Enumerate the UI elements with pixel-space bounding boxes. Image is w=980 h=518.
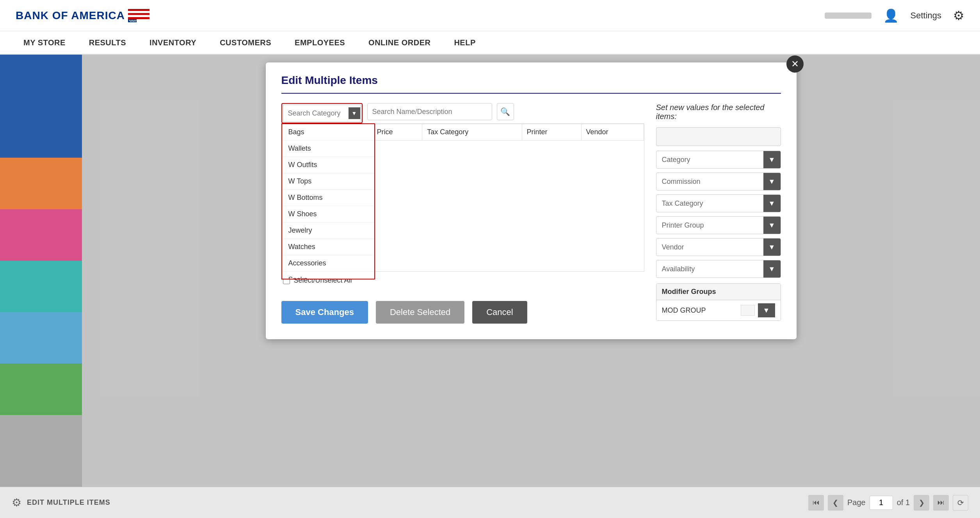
modifier-groups-section: Modifier Groups MOD GROUP ▼ — [656, 283, 781, 321]
svg-rect-5 — [128, 17, 149, 19]
availability-label: Availability — [656, 261, 763, 277]
page-of-label: of 1 — [897, 498, 910, 507]
modal-close-button[interactable]: ✕ — [786, 55, 804, 73]
sidebar-orange — [0, 158, 82, 209]
availability-dropdown-btn[interactable]: ▼ — [763, 260, 781, 278]
svg-rect-1 — [128, 9, 149, 11]
dropdown-item-wallets[interactable]: Wallets — [282, 141, 374, 157]
page-first-btn[interactable]: ⏮ — [808, 495, 824, 511]
status-gear-icon: ⚙ — [12, 496, 21, 509]
sidebar-blue — [0, 55, 82, 158]
main-content: ✕ Edit Multiple Items ▼ — [82, 55, 980, 518]
dropdown-item-accessories[interactable]: Accessories — [282, 255, 374, 272]
table-col-tax-category: Tax Category — [422, 124, 522, 141]
sidebar-teal — [0, 261, 82, 312]
settings-label[interactable]: Settings — [911, 11, 942, 21]
user-icon[interactable]: 👤 — [883, 8, 899, 23]
commission-label: Commission — [656, 174, 763, 190]
svg-rect-2 — [128, 11, 149, 13]
sidebar-lightblue — [0, 312, 82, 363]
logo: BANK OF AMERICA — [16, 9, 149, 22]
status-bar: ⚙ EDIT MULTIPLE ITEMS ⏮ ❮ Page of 1 ❯ ⏭ … — [0, 487, 980, 518]
dropdown-item-w-shoes[interactable]: W Shoes — [282, 206, 374, 223]
set-values-label: Set new values for the selected items: — [656, 103, 781, 121]
delete-selected-button[interactable]: Delete Selected — [376, 301, 464, 324]
page-next-btn[interactable]: ❯ — [914, 495, 929, 511]
page-number-input[interactable] — [870, 496, 893, 510]
modifier-dropdown-btn[interactable]: ▼ — [758, 303, 775, 317]
svg-point-9 — [131, 20, 132, 20]
svg-rect-3 — [128, 13, 149, 15]
svg-point-8 — [129, 20, 130, 20]
nav-customers[interactable]: CUSTOMERS — [220, 38, 271, 47]
save-changes-button[interactable]: Save Changes — [281, 301, 368, 324]
printer-group-dropdown-btn[interactable]: ▼ — [763, 217, 781, 234]
svg-point-15 — [133, 21, 134, 21]
top-header: BANK OF AMERICA 👤 Settings ⚙ — [0, 0, 980, 31]
right-panel: Set new values for the selected items: C… — [656, 103, 781, 324]
svg-point-12 — [135, 20, 136, 20]
dropdown-item-w-tops[interactable]: W Tops — [282, 173, 374, 190]
vendor-label: Vendor — [656, 239, 763, 255]
svg-point-14 — [132, 21, 132, 21]
nav-help[interactable]: HELP — [454, 38, 475, 47]
page-last-btn[interactable]: ⏭ — [933, 495, 949, 511]
nav-online-order[interactable]: ONLINE ORDER — [368, 38, 430, 47]
nav-employees[interactable]: EMPLOYEES — [295, 38, 345, 47]
nav-results[interactable]: RESULTS — [89, 38, 126, 47]
logo-flag — [128, 9, 149, 22]
svg-rect-4 — [128, 15, 149, 17]
table-col-printer: Printer — [522, 124, 581, 141]
page-prev-btn[interactable]: ❮ — [828, 495, 843, 511]
svg-point-11 — [134, 20, 135, 20]
category-dropdown-btn[interactable]: ▼ — [763, 151, 781, 168]
left-panel: ▼ Bags Wallets W Outfits W Tops W Bottom… — [281, 103, 644, 324]
printer-group-dropdown-row: Printer Group ▼ — [656, 216, 781, 234]
tax-category-dropdown-btn[interactable]: ▼ — [763, 195, 781, 212]
search-button[interactable]: 🔍 — [497, 103, 514, 120]
nav-inventory[interactable]: INVENTORY — [149, 38, 196, 47]
nav-my-store[interactable]: MY STORE — [23, 38, 66, 47]
dropdown-item-w-outfits[interactable]: W Outfits — [282, 157, 374, 173]
printer-group-label: Printer Group — [656, 217, 763, 233]
commission-dropdown-btn[interactable]: ▼ — [763, 173, 781, 190]
category-label: Category — [656, 152, 763, 168]
user-button[interactable] — [825, 12, 872, 19]
dropdown-item-w-bottoms[interactable]: W Bottoms — [282, 190, 374, 206]
svg-point-10 — [132, 20, 133, 20]
table-col-price: Price — [372, 124, 422, 141]
commission-dropdown-row: Commission ▼ — [656, 173, 781, 190]
modifier-color-box — [741, 305, 755, 316]
price-button[interactable] — [656, 127, 781, 146]
category-dropdown-list: Bags Wallets W Outfits W Tops W Bottoms … — [281, 123, 375, 279]
refresh-button[interactable]: ⟳ — [953, 495, 968, 511]
gear-icon[interactable]: ⚙ — [953, 8, 964, 23]
nav-bar: MY STORE RESULTS INVENTORY CUSTOMERS EMP… — [0, 31, 980, 55]
modal-overlay: ✕ Edit Multiple Items ▼ — [82, 55, 980, 518]
modifier-groups-header: Modifier Groups — [656, 284, 781, 300]
page-label: Page — [847, 498, 866, 507]
header-right: 👤 Settings ⚙ — [825, 8, 965, 23]
search-name-input[interactable] — [367, 103, 492, 120]
modal: ✕ Edit Multiple Items ▼ — [266, 62, 797, 339]
search-icon: 🔍 — [500, 107, 510, 116]
tax-category-dropdown-row: Tax Category ▼ — [656, 194, 781, 212]
search-category-container: ▼ Bags Wallets W Outfits W Tops W Bottom… — [281, 103, 363, 123]
dropdown-item-jewelry[interactable]: Jewelry — [282, 223, 374, 239]
vendor-dropdown-btn[interactable]: ▼ — [763, 239, 781, 256]
tax-category-label: Tax Category — [656, 196, 763, 212]
mod-group-value: MOD GROUP — [662, 306, 741, 315]
pagination: ⏮ ❮ Page of 1 ❯ ⏭ ⟳ — [808, 495, 968, 511]
table-col-vendor: Vendor — [581, 124, 644, 141]
sidebar-pink — [0, 209, 82, 261]
dropdown-item-socks[interactable]: Socks — [282, 272, 374, 279]
svg-point-13 — [130, 21, 131, 21]
search-row: ▼ Bags Wallets W Outfits W Tops W Bottom… — [281, 103, 644, 123]
sidebar-green — [0, 363, 82, 415]
search-category-dropdown-btn[interactable]: ▼ — [349, 107, 360, 119]
dropdown-item-watches[interactable]: Watches — [282, 239, 374, 255]
dropdown-item-bags[interactable]: Bags — [282, 124, 374, 141]
modal-body: ▼ Bags Wallets W Outfits W Tops W Bottom… — [281, 103, 781, 324]
status-label: EDIT MULTIPLE ITEMS — [27, 498, 110, 507]
cancel-button[interactable]: Cancel — [472, 301, 527, 324]
